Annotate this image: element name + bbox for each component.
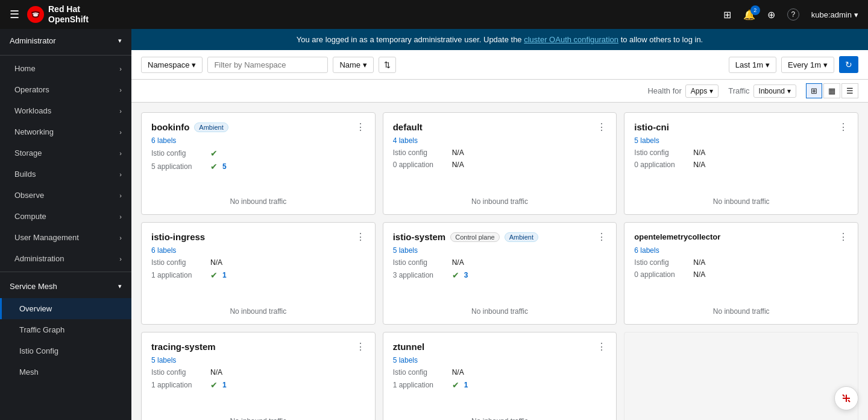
namespace-card-istio-ingress: istio-ingress ⋮ 6 labels Istio config N/… (141, 222, 376, 325)
redhat-logo: Red Hat OpenShift (27, 4, 89, 25)
ns-labels-opentelemetrycollector[interactable]: 6 labels (634, 246, 848, 255)
ns-title-opentelemetrycollector[interactable]: opentelemetrycollector (634, 232, 720, 241)
ns-traffic-tracing-system: No inbound traffic (151, 412, 365, 420)
namespace-filter-input[interactable] (207, 57, 328, 73)
app-count-tracing-system[interactable]: 1 (222, 381, 227, 389)
networking-chevron-icon: › (119, 129, 122, 136)
add-icon[interactable]: ⊕ (767, 9, 775, 21)
toolbar: Namespace ▾ Name ▾ ⇅ Last 1m ▾ Every 1m … (131, 50, 868, 80)
ns-menu-istio-cni[interactable]: ⋮ (838, 121, 848, 133)
ns-title-bookinfo[interactable]: bookinfo (151, 122, 189, 132)
ns-menu-opentelemetrycollector[interactable]: ⋮ (838, 231, 848, 243)
apps-grid-icon[interactable]: ⊞ (723, 9, 731, 21)
namespace-dropdown[interactable]: Namespace ▾ (141, 57, 203, 73)
ns-menu-istio-ingress[interactable]: ⋮ (356, 231, 365, 243)
namespace-card-default: default ⋮ 4 labels Istio config N/A 0 ap… (383, 112, 617, 215)
oauth-config-link[interactable]: cluster OAuth configuration (524, 35, 618, 44)
logo-text: Red Hat OpenShift (48, 4, 89, 25)
compact-grid-view-button[interactable]: ▦ (823, 83, 840, 98)
app-count-istio-ingress[interactable]: 1 (222, 271, 227, 279)
notifications-bell-icon[interactable]: 🔔 2 (743, 9, 755, 21)
ns-labels-istio-ingress[interactable]: 6 labels (151, 246, 365, 255)
every-1m-chevron-icon: ▾ (823, 60, 828, 69)
user-mgmt-chevron-icon: › (119, 234, 122, 241)
workloads-chevron-icon: › (119, 107, 122, 115)
help-icon[interactable]: ? (787, 8, 799, 21)
sidebar-item-observe[interactable]: Observe › (0, 185, 131, 206)
refresh-button[interactable]: ↻ (839, 56, 858, 73)
app-count-istio-system[interactable]: 3 (464, 271, 468, 279)
ns-title-istio-cni[interactable]: istio-cni (634, 122, 669, 132)
inbound-dropdown-chevron: ▾ (787, 87, 791, 95)
every-1m-dropdown[interactable]: Every 1m ▾ (781, 57, 834, 73)
sidebar-item-mesh[interactable]: Mesh (0, 361, 131, 383)
sidebar-item-workloads[interactable]: Workloads › (0, 100, 131, 121)
sidebar-item-administration[interactable]: Administration › (0, 248, 131, 269)
ns-menu-bookinfo[interactable]: ⋮ (356, 121, 365, 133)
sort-order-button[interactable]: ⇅ (379, 57, 396, 73)
ns-labels-istio-cni[interactable]: 5 labels (634, 136, 848, 145)
ns-menu-ztunnel[interactable]: ⋮ (597, 341, 606, 352)
info-banner: You are logged in as a temporary adminis… (131, 29, 868, 50)
last-1m-dropdown[interactable]: Last 1m ▾ (729, 57, 776, 73)
sidebar-role-switcher[interactable]: Administrator ▾ (0, 29, 131, 52)
home-chevron-icon: › (119, 65, 122, 72)
sidebar-service-mesh-header[interactable]: Service Mesh ▾ (0, 275, 131, 298)
ns-menu-tracing-system[interactable]: ⋮ (356, 341, 365, 352)
ns-labels-istio-system[interactable]: 5 labels (393, 246, 607, 255)
namespace-card-bookinfo: bookinfo Ambient ⋮ 6 labels Istio config… (141, 112, 376, 215)
sidebar-item-overview[interactable]: Overview (0, 298, 131, 319)
sidebar-item-storage[interactable]: Storage › (0, 142, 131, 164)
svg-line-4 (843, 395, 844, 396)
app-count-ztunnel[interactable]: 1 (464, 381, 468, 389)
ns-labels-bookinfo[interactable]: 6 labels (151, 136, 365, 145)
app-check-istio-ingress: ✔ (210, 270, 218, 280)
ns-labels-ztunnel[interactable]: 5 labels (393, 356, 607, 364)
user-menu[interactable]: kube:admin ▾ (811, 10, 858, 19)
sidebar-item-networking[interactable]: Networking › (0, 121, 131, 142)
compute-chevron-icon: › (119, 213, 122, 220)
apps-health-dropdown[interactable]: Apps ▾ (685, 84, 719, 98)
istio-config-default: N/A (452, 148, 464, 157)
health-bar: Health for Apps ▾ Traffic Inbound ▾ ⊞ ▦ … (131, 80, 868, 103)
sidebar-item-istio-config[interactable]: Istio Config (0, 340, 131, 361)
ns-menu-istio-system[interactable]: ⋮ (597, 231, 606, 243)
namespace-dropdown-chevron: ▾ (192, 60, 196, 69)
list-view-button[interactable]: ☰ (841, 83, 858, 98)
corner-action-button[interactable] (834, 386, 858, 410)
ns-traffic-istio-cni: No inbound traffic (634, 192, 848, 206)
sidebar-item-home[interactable]: Home › (0, 58, 131, 79)
service-mesh-chevron-icon: ▾ (118, 282, 122, 290)
sidebar-item-user-management[interactable]: User Management › (0, 227, 131, 248)
svg-line-5 (848, 400, 850, 402)
sidebar: Administrator ▾ Home › Operators › Workl… (0, 29, 131, 420)
ns-labels-default[interactable]: 4 labels (393, 136, 607, 145)
sort-chevron-icon: ▾ (363, 60, 367, 69)
sidebar-item-operators[interactable]: Operators › (0, 79, 131, 100)
ns-title-tracing-system[interactable]: tracing-system (151, 342, 216, 352)
istio-config-opentelemetrycollector: N/A (693, 258, 705, 267)
sidebar-item-compute[interactable]: Compute › (0, 206, 131, 227)
istio-config-istio-ingress: N/A (210, 258, 222, 267)
ns-title-default[interactable]: default (393, 122, 423, 132)
ns-title-istio-system[interactable]: istio-system (393, 232, 446, 242)
sidebar-item-builds[interactable]: Builds › (0, 164, 131, 185)
istio-config-tracing-system: N/A (210, 368, 222, 377)
storage-chevron-icon: › (119, 150, 122, 157)
last-1m-chevron-icon: ▾ (766, 60, 770, 69)
app-count-bookinfo[interactable]: 5 (222, 162, 227, 171)
ns-labels-tracing-system[interactable]: 5 labels (151, 356, 365, 364)
svg-point-1 (33, 14, 38, 17)
sidebar-item-traffic-graph[interactable]: Traffic Graph (0, 319, 131, 340)
ns-title-istio-ingress[interactable]: istio-ingress (151, 232, 205, 242)
name-sort-dropdown[interactable]: Name ▾ (333, 57, 374, 73)
ns-badge-ambient: Ambient (194, 122, 228, 132)
ns-title-ztunnel[interactable]: ztunnel (393, 342, 425, 352)
ns-menu-default[interactable]: ⋮ (597, 121, 606, 133)
hamburger-menu[interactable]: ☰ (10, 8, 19, 21)
app-check-ztunnel: ✔ (452, 380, 459, 390)
inbound-traffic-dropdown[interactable]: Inbound ▾ (753, 84, 796, 98)
app-count-istio-cni: N/A (693, 161, 705, 169)
grid-view-button[interactable]: ⊞ (806, 83, 822, 98)
traffic-label: Traffic (728, 86, 749, 95)
